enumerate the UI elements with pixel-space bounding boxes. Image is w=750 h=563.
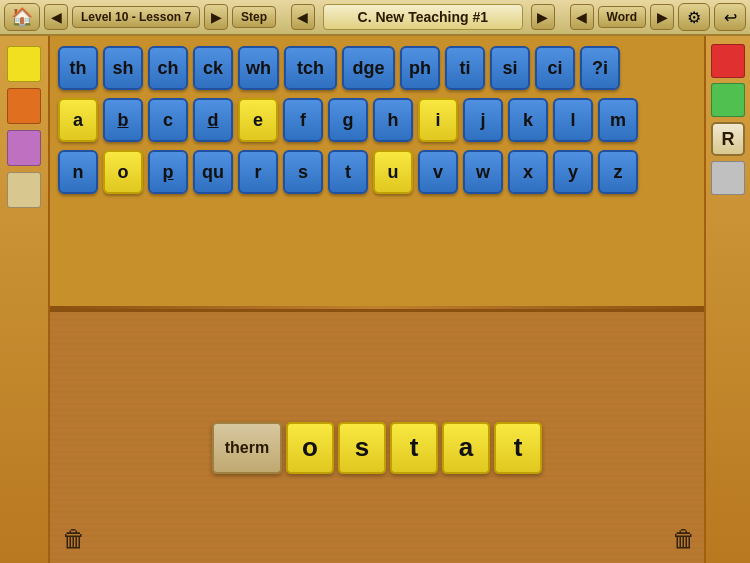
next-title-button[interactable]: ▶ <box>531 4 555 30</box>
digraph-tile[interactable]: ch <box>148 46 188 90</box>
letter-tile[interactable]: k <box>508 98 548 142</box>
word-tile[interactable]: s <box>338 422 386 474</box>
next-word-button[interactable]: ▶ <box>650 4 674 30</box>
letter-tile[interactable]: n <box>58 150 98 194</box>
trash-right-icon[interactable]: 🗑 <box>672 525 696 553</box>
next-level-button[interactable]: ▶ <box>204 4 228 30</box>
letter-tile[interactable]: s <box>283 150 323 194</box>
word-button[interactable]: Word <box>598 6 646 28</box>
letter-tile[interactable]: z <box>598 150 638 194</box>
main-area: thshchckwhtchdgephtisici?i abcdefghijklm… <box>0 36 750 563</box>
prev-arrow-icon: ◀ <box>51 9 62 25</box>
letter-tile[interactable]: h <box>373 98 413 142</box>
step-button[interactable]: Step <box>232 6 276 28</box>
title-box: C. New Teaching #1 <box>323 4 523 30</box>
back-icon: ↩ <box>724 8 737 27</box>
letter-tile[interactable]: a <box>58 98 98 142</box>
green-color-tile[interactable] <box>711 83 745 117</box>
back-button[interactable]: ↩ <box>714 3 746 31</box>
digraph-tile[interactable]: ph <box>400 46 440 90</box>
next-arrow-icon: ▶ <box>211 9 222 25</box>
letter-tile[interactable]: f <box>283 98 323 142</box>
digraph-tile[interactable]: wh <box>238 46 279 90</box>
level-label[interactable]: Level 10 - Lesson 7 <box>72 6 200 28</box>
prev-word-icon: ◀ <box>576 9 587 25</box>
r-badge-button[interactable]: R <box>711 122 745 156</box>
letter-row-1: abcdefghijklm <box>58 98 638 142</box>
gray-color-tile[interactable] <box>711 161 745 195</box>
nav-right: ◀ Word ▶ ⚙ ↩ <box>570 3 746 31</box>
nav-center: ◀ C. New Teaching #1 ▶ <box>276 4 569 30</box>
letter-tile[interactable]: i <box>418 98 458 142</box>
letter-tile[interactable]: w <box>463 150 503 194</box>
letter-tile[interactable]: e <box>238 98 278 142</box>
purple-color-tile[interactable] <box>7 130 41 166</box>
letter-tile[interactable]: y <box>553 150 593 194</box>
letter-tile[interactable]: qu <box>193 150 233 194</box>
letter-tile[interactable]: d <box>193 98 233 142</box>
letter-tile[interactable]: j <box>463 98 503 142</box>
letter-tile[interactable]: m <box>598 98 638 142</box>
letter-tile[interactable]: t <box>328 150 368 194</box>
next-title-icon: ▶ <box>537 9 548 25</box>
word-tile[interactable]: a <box>442 422 490 474</box>
yellow-color-tile[interactable] <box>7 46 41 82</box>
letter-row-2: nopqurstuvwxyz <box>58 150 638 194</box>
center-content: thshchckwhtchdgephtisici?i abcdefghijklm… <box>50 36 704 563</box>
letter-tile[interactable]: p <box>148 150 188 194</box>
digraph-tile[interactable]: th <box>58 46 98 90</box>
digraph-tile[interactable]: si <box>490 46 530 90</box>
digraph-tile[interactable]: ?i <box>580 46 620 90</box>
letter-tile[interactable]: g <box>328 98 368 142</box>
letter-tile[interactable]: o <box>103 150 143 194</box>
prev-level-button[interactable]: ◀ <box>44 4 68 30</box>
letter-tile[interactable]: l <box>553 98 593 142</box>
home-icon: 🏠 <box>11 6 33 28</box>
digraph-tile[interactable]: tch <box>284 46 337 90</box>
tiles-section: thshchckwhtchdgephtisici?i abcdefghijklm… <box>50 36 704 306</box>
letter-tile[interactable]: c <box>148 98 188 142</box>
digraph-tile[interactable]: dge <box>342 46 395 90</box>
digraph-row: thshchckwhtchdgephtisici?i <box>58 46 620 90</box>
prev-title-icon: ◀ <box>297 9 308 25</box>
nav-left: 🏠 ◀ Level 10 - Lesson 7 ▶ Step <box>4 3 276 31</box>
red-color-tile[interactable] <box>711 44 745 78</box>
left-sidebar <box>0 36 50 563</box>
settings-icon: ⚙ <box>687 8 701 27</box>
letter-tile[interactable]: r <box>238 150 278 194</box>
word-tile[interactable]: t <box>494 422 542 474</box>
settings-button[interactable]: ⚙ <box>678 3 710 31</box>
tan-color-tile[interactable] <box>7 172 41 208</box>
digraph-tile[interactable]: ci <box>535 46 575 90</box>
work-area: thermostat 🗑 🗑 <box>50 309 704 563</box>
home-button[interactable]: 🏠 <box>4 3 40 31</box>
navbar: 🏠 ◀ Level 10 - Lesson 7 ▶ Step ◀ C. New … <box>0 0 750 36</box>
word-tile[interactable]: t <box>390 422 438 474</box>
word-display: thermostat <box>212 422 542 474</box>
prev-title-button[interactable]: ◀ <box>291 4 315 30</box>
letter-tile[interactable]: v <box>418 150 458 194</box>
page-title: C. New Teaching #1 <box>358 9 488 25</box>
digraph-tile[interactable]: ti <box>445 46 485 90</box>
letter-tile[interactable]: u <box>373 150 413 194</box>
trash-left-icon[interactable]: 🗑 <box>62 525 86 553</box>
letter-tile[interactable]: b <box>103 98 143 142</box>
prev-word-button[interactable]: ◀ <box>570 4 594 30</box>
letter-tile[interactable]: x <box>508 150 548 194</box>
digraph-tile[interactable]: sh <box>103 46 143 90</box>
orange-color-tile[interactable] <box>7 88 41 124</box>
next-word-icon: ▶ <box>657 9 668 25</box>
right-sidebar: R <box>704 36 750 563</box>
digraph-tile[interactable]: ck <box>193 46 233 90</box>
word-tile[interactable]: therm <box>212 422 282 474</box>
word-tile[interactable]: o <box>286 422 334 474</box>
